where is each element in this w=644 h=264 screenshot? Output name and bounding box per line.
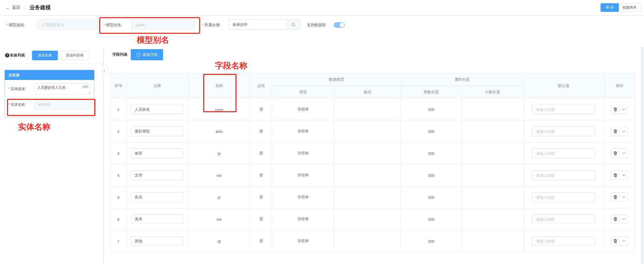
field-type: 字符串 — [272, 142, 334, 164]
back-arrow-icon: ← — [6, 5, 10, 10]
field-table: 序号 注释 名称 必填 数据类型 属性长度 默认值 操作 类型 格式 整数长度 … — [110, 73, 635, 252]
col-type: 类型 — [272, 86, 334, 99]
field-table-body: 1 ryxm 否 字符串 200 2 — [111, 99, 635, 252]
vertical-scrollbar[interactable] — [641, 47, 644, 264]
row-actions — [611, 237, 628, 246]
field-format — [334, 121, 401, 142]
row-more-button[interactable] — [620, 105, 628, 114]
table-row: 4 wx 否 字符串 200 — [111, 164, 635, 186]
comment-input[interactable] — [131, 236, 184, 246]
field-format — [334, 142, 401, 164]
model-description-input[interactable]: 人员爱好录入 — [37, 20, 98, 30]
db-support-toggle[interactable] — [334, 22, 345, 28]
field-int-length: 200 — [401, 99, 462, 121]
field-type: 字符串 — [272, 121, 334, 142]
field-name: ryxm — [188, 99, 250, 121]
row-actions — [611, 215, 628, 224]
save-button[interactable]: 保 存 — [601, 3, 619, 12]
row-more-button[interactable] — [620, 237, 628, 245]
collapse-panel-button[interactable]: ‹ — [101, 65, 107, 76]
comment-input[interactable] — [131, 192, 184, 202]
field-dec-length — [462, 208, 524, 230]
main-entity-card[interactable]: 主实体 *实体描述: 人员爱好录入主表 8/50 *实体名称: — [5, 70, 94, 118]
delete-row-button[interactable] — [611, 193, 620, 201]
row-more-button[interactable] — [620, 215, 628, 223]
row-more-button[interactable] — [620, 171, 628, 180]
create-form-button[interactable]: 创建表单 — [619, 3, 640, 12]
entity-desc-textarea[interactable]: 人员爱好录入主表 8/50 — [35, 83, 91, 95]
business-modeling-page: ← 返回 业务建模 保 存 创建表单 *模型描述: 人员爱好录入 *模型别名: … — [0, 0, 644, 264]
default-value-input[interactable] — [532, 236, 595, 246]
entity-name-label: *实体名称: — [8, 102, 26, 107]
back-label: 返回 — [12, 5, 20, 10]
default-value-input[interactable] — [532, 214, 595, 224]
field-int-length: 200 — [401, 186, 462, 208]
trash-icon — [613, 107, 617, 111]
field-type: 字符串 — [272, 230, 334, 252]
trash-icon — [613, 151, 617, 155]
field-dec-length — [462, 230, 524, 252]
field-required: 否 — [250, 164, 272, 186]
row-actions — [611, 171, 628, 180]
default-value-input[interactable] — [532, 149, 595, 158]
add-field-button[interactable]: ? 添加字段 — [131, 49, 163, 60]
row-more-button[interactable] — [620, 127, 628, 136]
field-name: ty — [188, 142, 250, 164]
field-int-length: 200 — [401, 164, 462, 186]
delete-row-button[interactable] — [611, 215, 620, 223]
delete-row-button[interactable] — [611, 105, 620, 114]
field-required: 否 — [250, 142, 272, 164]
add-external-table-button[interactable]: 添加外部表 — [61, 51, 89, 60]
row-more-button[interactable] — [620, 149, 628, 158]
col-name: 名称 — [188, 73, 250, 99]
category-input[interactable] — [229, 20, 287, 30]
row-index: 5 — [111, 186, 126, 208]
default-value-input[interactable] — [532, 105, 595, 114]
row-actions — [611, 127, 628, 136]
delete-row-button[interactable] — [611, 171, 620, 180]
row-index: 2 — [111, 121, 126, 142]
comment-input[interactable] — [131, 127, 184, 136]
table-row: 7 qt 否 字符串 200 — [111, 230, 635, 252]
col-dec-length: 小数长度 — [462, 86, 524, 99]
field-name: ahlx — [188, 121, 250, 142]
default-value-input[interactable] — [532, 127, 595, 136]
add-entity-button[interactable]: 添加实体 — [32, 51, 58, 60]
field-dec-length — [462, 186, 524, 208]
resize-handle-icon[interactable] — [88, 92, 90, 94]
col-required: 必填 — [250, 73, 272, 99]
field-format — [334, 230, 401, 252]
comment-input[interactable] — [131, 214, 184, 224]
model-alias-input[interactable]: ryahlr — [131, 20, 195, 30]
trash-icon — [613, 173, 617, 177]
comment-input[interactable] — [131, 105, 184, 114]
comment-input[interactable] — [131, 149, 184, 158]
default-value-input[interactable] — [532, 192, 595, 202]
entity-name-input[interactable] — [35, 99, 91, 109]
trash-icon — [613, 239, 617, 243]
field-list-panel: 字段列表 ? 添加字段 字段名称 序号 注释 名称 必填 数据类型 属性长度 — [104, 47, 644, 264]
category-search-button[interactable] — [287, 20, 300, 30]
field-int-length: 200 — [401, 121, 462, 142]
help-icon[interactable]: ? — [5, 53, 9, 57]
field-format — [334, 164, 401, 186]
delete-row-button[interactable] — [611, 149, 620, 158]
col-comment: 注释 — [126, 73, 188, 99]
field-format — [334, 99, 401, 121]
default-value-input[interactable] — [532, 170, 595, 180]
field-dec-length — [462, 164, 524, 186]
back-button[interactable]: ← 返回 — [6, 5, 20, 10]
row-more-button[interactable] — [620, 193, 628, 201]
top-bar: ← 返回 业务建模 保 存 创建表单 — [0, 0, 644, 15]
field-dec-length — [462, 99, 524, 121]
col-int-length: 整数长度 — [401, 86, 462, 99]
field-format — [334, 186, 401, 208]
row-actions — [611, 193, 628, 202]
delete-row-button[interactable] — [611, 127, 620, 136]
comment-input[interactable] — [131, 170, 184, 180]
row-index: 1 — [111, 99, 126, 121]
delete-row-button[interactable] — [611, 237, 620, 245]
row-index: 7 — [111, 230, 126, 252]
row-index: 3 — [111, 142, 126, 164]
field-required: 否 — [250, 208, 272, 230]
